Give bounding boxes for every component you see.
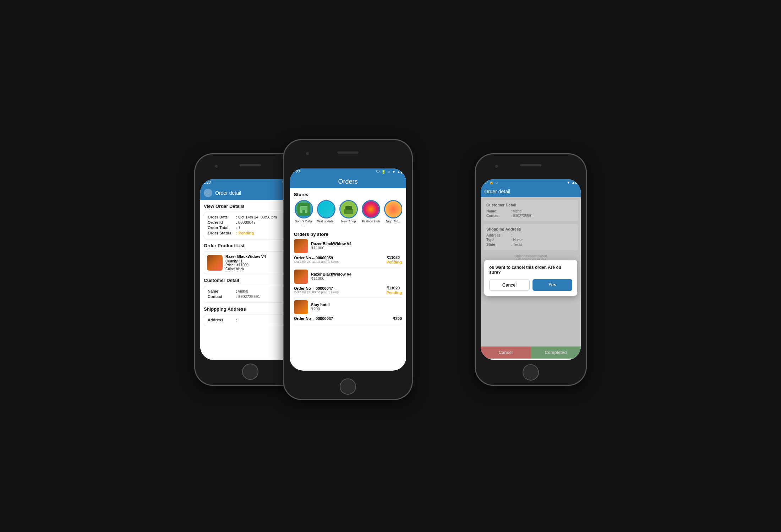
address-label: Address: [208, 318, 236, 322]
customer-name-value: : vishal: [236, 289, 248, 293]
order-status-1: Pending: [387, 260, 402, 264]
right-status-icons-left: 🛡 🔒 ☺: [484, 181, 498, 184]
newshop-avatar-img: [340, 201, 357, 217]
right-header: Order detail: [481, 186, 581, 197]
yes-button[interactable]: Yes: [532, 279, 572, 291]
center-signal-icon: ▲▮: [397, 170, 403, 174]
order-status-2: Pending: [387, 290, 402, 295]
order-meta-left-2: Order No -- 00000047 Oct 14th 24, 03:58 …: [294, 286, 339, 294]
confirm-dialog-buttons: Cancel Yes: [489, 279, 572, 291]
order-total-row: Order Total : 1: [208, 226, 293, 230]
order-meta-left-3: Order No -- 00000037: [294, 316, 333, 321]
scene: 2:23 🛡 🔒 ☺ ← Order detail View Order Det…: [195, 133, 586, 399]
order-product-name-1: Razer BlackWidow V4: [311, 242, 351, 246]
store-name-newshop: New Shop: [341, 220, 356, 223]
shipping-info-card: Address :: [204, 315, 297, 326]
order-meta-row-1: Order No -- 00000059 Oct 15th 24, 11:02 …: [294, 255, 402, 264]
center-dot: [306, 152, 309, 155]
product-price: Price : ₹11000: [225, 263, 266, 267]
store-item-jago[interactable]: Jago Sto...: [383, 200, 402, 227]
stores-row: Sonu's Baby ... Teat updated: [294, 200, 402, 227]
svg-rect-6: [345, 206, 352, 210]
right-phone-inner: 🛡 🔒 ☺ ▼ ▲▮ Order detail Customer Detai: [481, 179, 581, 360]
order-date-label: Order Date: [208, 215, 236, 219]
order-status-value: : Pending: [236, 231, 254, 235]
order-status-row: Order Status : Pending: [208, 231, 293, 235]
order-item-2[interactable]: Razer BlackWidow V4 ₹11000 Order No -- 0…: [294, 270, 402, 298]
store-item-fashion[interactable]: Fashion Hub: [361, 200, 381, 227]
left-dot: [215, 165, 218, 168]
center-smiley-icon: ☺: [387, 170, 390, 174]
view-order-section-title: View Order Details: [204, 204, 297, 209]
product-info: Razer BlackWidow V4 Quanity : 1 Price : …: [225, 254, 266, 271]
product-section-title: Order Product List: [204, 243, 297, 248]
store-item-newshop[interactable]: New Shop: [339, 200, 358, 227]
address-value: :: [236, 318, 237, 322]
order-date-value: : Oct 14th 24, 03:58 pm: [236, 215, 277, 219]
customer-contact-label: Contact: [208, 294, 236, 299]
order-date-1: Oct 15th 24, 11:02 am | 1 Items: [294, 260, 339, 264]
product-card: Razer BlackWidow V4 Quanity : 1 Price : …: [204, 251, 297, 274]
order-total-1: ₹11020: [387, 255, 402, 260]
store-item-sonu[interactable]: Sonu's Baby ...: [294, 200, 313, 227]
right-wifi-icon: ▼: [567, 181, 570, 184]
left-header-title: Order detail: [215, 190, 241, 196]
confirm-dialog: ou want to cancel this order. Are ou sur…: [484, 260, 577, 296]
right-lock-icon: 🔒: [489, 181, 493, 184]
order-meta-row-3: Order No -- 00000037 ₹200: [294, 316, 402, 321]
order-meta-right-2: ₹11020 Pending: [387, 286, 402, 295]
center-speaker: [337, 151, 359, 154]
store-avatar-newshop: [339, 200, 358, 218]
order-meta-row-2: Order No -- 00000047 Oct 14th 24, 03:58 …: [294, 286, 402, 295]
center-home-button[interactable]: [340, 378, 356, 395]
customer-contact-row: Contact : 8302735591: [208, 294, 293, 299]
store-avatar-teat: [317, 200, 335, 218]
cancel-button[interactable]: Cancel: [489, 279, 530, 291]
order-product-row-3: Stay hotel ₹200: [294, 300, 402, 314]
right-home-button[interactable]: [523, 364, 539, 381]
right-status-bar: 🛡 🔒 ☺ ▼ ▲▮: [481, 179, 581, 186]
order-total-value: : 1: [236, 226, 240, 230]
order-item-1[interactable]: Razer BlackWidow V4 ₹11000 Order No -- 0…: [294, 239, 402, 267]
center-header: Orders: [290, 175, 406, 188]
order-status-label: Order Status: [208, 231, 236, 235]
right-dot: [495, 165, 498, 168]
store-item-teat[interactable]: Teat updated: [316, 200, 336, 227]
order-date-2: Oct 14th 24, 03:58 pm | 1 Items: [294, 290, 339, 294]
right-content: Customer Detail Name : vishal Contact : …: [481, 197, 581, 359]
left-time: 2:23: [204, 181, 211, 184]
order-product-img-2: [294, 270, 308, 284]
store-avatar-jago: [384, 200, 402, 218]
right-smiley-icon: ☺: [495, 181, 498, 184]
right-signal-icon: ▲▮: [572, 181, 577, 184]
center-status-icons: 🛡 🔋 ☺ ▼ ▲▮: [376, 170, 403, 174]
order-total-3: ₹200: [393, 316, 402, 321]
order-total-2: ₹11020: [387, 286, 402, 290]
right-status-icons-right: ▼ ▲▮: [567, 181, 577, 184]
center-header-title: Orders: [338, 178, 357, 185]
orders-by-store-section: Orders by store Razer BlackWidow V4 ₹110…: [290, 229, 406, 328]
order-info-card: Order Date : Oct 14th 24, 03:58 pm Order…: [204, 212, 297, 239]
order-item-3[interactable]: Stay hotel ₹200 Order No -- 00000037 ₹20…: [294, 300, 402, 324]
stores-section: Stores: [290, 188, 406, 229]
order-product-price-2: ₹11000: [311, 276, 351, 281]
store-avatar-sonu: [295, 200, 313, 218]
svg-rect-3: [301, 207, 307, 210]
store-name-jago: Jago Sto...: [386, 220, 401, 223]
customer-contact-value: : 8302735591: [236, 294, 260, 299]
order-product-row-1: Razer BlackWidow V4 ₹11000: [294, 239, 402, 253]
order-meta-right-1: ₹11020 Pending: [387, 255, 402, 264]
order-id-value: : 00000047: [236, 220, 256, 225]
order-date-row: Order Date : Oct 14th 24, 03:58 pm: [208, 215, 293, 219]
customer-name-label: Name: [208, 289, 236, 293]
product-color: Color: black: [225, 267, 266, 271]
customer-info-card: Name : vishal Contact : 8302735591: [204, 286, 297, 303]
store-avatar-fashion: [362, 200, 380, 218]
center-time: 2:22: [293, 170, 300, 174]
order-meta-right-3: ₹200: [393, 316, 402, 321]
right-speaker: [520, 164, 541, 166]
back-button[interactable]: ←: [204, 189, 212, 197]
right-body: Customer Detail Name : vishal Contact : …: [481, 197, 581, 359]
left-home-button[interactable]: [242, 364, 258, 380]
address-row: Address :: [208, 318, 293, 322]
